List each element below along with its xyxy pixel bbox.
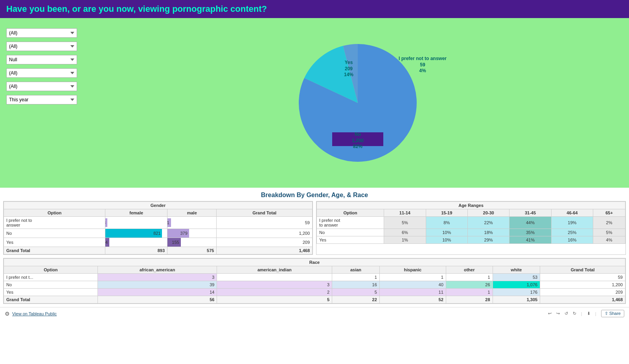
gender-total-prefer-not: 59 xyxy=(217,217,313,229)
reset-icon[interactable]: ↺ xyxy=(565,311,568,316)
gender-grand-total: 1,468 xyxy=(217,247,313,254)
gender-female-yes: 54 xyxy=(105,238,167,247)
gender-row-yes: Yes 54 155 209 xyxy=(4,238,313,247)
race-col-asian: asian xyxy=(332,266,380,274)
age-yes-2030: 29% xyxy=(467,236,509,244)
tableau-icon: ⚙ xyxy=(5,311,10,317)
race-option-yes: Yes xyxy=(4,289,98,296)
race-col-option: Option xyxy=(4,266,98,274)
age-col-option: Option xyxy=(317,209,384,217)
age-yes-3145: 41% xyxy=(509,236,551,244)
race-pref-aa: 3 xyxy=(97,274,217,281)
age-option-yes: Yes xyxy=(317,236,384,244)
age-col-2030: 20-30 xyxy=(467,209,509,217)
share-button[interactable]: ⇧ Share xyxy=(601,310,624,317)
race-col-ai: american_indian xyxy=(217,266,332,274)
age-yes-1519: 10% xyxy=(426,236,467,244)
age-row-no: No 6% 10% 18% 35% 25% 5% xyxy=(317,229,625,236)
gender-female-no: 821 xyxy=(105,229,167,238)
race-gt-hispanic: 52 xyxy=(379,296,446,304)
gender-male-no: 379 xyxy=(167,229,217,238)
gender-row-prefer-not: I prefer not toanswer 18 41 59 xyxy=(4,217,313,229)
age-no-4664: 25% xyxy=(551,229,593,236)
footer-right: ↩ ↪ ↺ ↻ | ⬇ | ⇧ Share xyxy=(548,310,624,317)
age-pref-2030: 22% xyxy=(467,217,509,229)
race-gt-white: 1,305 xyxy=(493,296,540,304)
footer-left: ⚙ View on Tableau Public xyxy=(5,311,57,317)
race-no-aa: 39 xyxy=(97,281,217,289)
race-no-other: 26 xyxy=(446,281,493,289)
race-table: Race Option african_american american_in… xyxy=(3,258,626,304)
filter-6[interactable]: This year xyxy=(6,95,77,104)
page-header: Have you been, or are you now, viewing p… xyxy=(0,0,629,18)
age-yes-65plus: 4% xyxy=(593,236,625,244)
race-row-prefer-not: I prefer not t... 3 1 1 1 53 59 xyxy=(4,274,625,281)
race-no-hispanic: 40 xyxy=(379,281,446,289)
race-yes-aa: 14 xyxy=(97,289,217,296)
race-pref-ai xyxy=(217,274,332,281)
divider-2: | xyxy=(595,311,596,316)
age-pref-1519: 8% xyxy=(426,217,467,229)
gender-grand-total-female: 893 xyxy=(105,247,167,254)
age-row-prefer-not: I prefer notto answer 5% 8% 22% 44% 19% … xyxy=(317,217,625,229)
race-pref-other: 1 xyxy=(446,274,493,281)
age-row-yes: Yes 1% 10% 29% 41% 16% 4% xyxy=(317,236,625,244)
age-option-no: No xyxy=(317,229,384,236)
race-group-header: Race xyxy=(4,259,625,266)
gender-grand-total-male: 575 xyxy=(167,247,217,254)
race-col-white: white xyxy=(493,266,540,274)
race-row-total: Grand Total 56 5 22 52 28 1,305 1,468 xyxy=(4,296,625,304)
race-no-white: 1,076 xyxy=(493,281,540,289)
race-gt-other: 28 xyxy=(446,296,493,304)
pie-chart-container: Yes20914% I prefer not to answer594% No1… xyxy=(93,24,623,181)
gender-col-male: male xyxy=(167,209,217,217)
race-col-hispanic: hispanic xyxy=(379,266,446,274)
download-icon[interactable]: ⬇ xyxy=(587,311,590,316)
race-option-no: No xyxy=(4,281,98,289)
age-col-3145: 31-45 xyxy=(509,209,551,217)
redo-icon[interactable]: ↪ xyxy=(556,311,560,316)
pie-label-no: No1,20082% xyxy=(352,132,364,150)
filter-5[interactable]: (All) xyxy=(6,82,77,91)
age-group-header: Age Ranges xyxy=(317,202,625,209)
race-grand-total-label: Grand Total xyxy=(4,296,98,304)
tableau-link[interactable]: View on Tableau Public xyxy=(12,311,57,316)
age-col-1519: 15-19 xyxy=(426,209,467,217)
race-yes-ai: 2 xyxy=(217,289,332,296)
age-pref-4664: 19% xyxy=(551,217,593,229)
pie-chart: Yes20914% I prefer not to answer594% No1… xyxy=(283,28,432,177)
gender-total-no: 1,200 xyxy=(217,229,313,238)
breakdown-title: Breakdown By Gender, Age, & Race xyxy=(0,188,629,201)
gender-female-prefer-not: 18 xyxy=(105,217,167,229)
divider-1: | xyxy=(581,311,582,316)
age-no-1114: 6% xyxy=(384,229,426,236)
gender-col-total: Grand Total xyxy=(217,209,313,217)
race-gt-ai: 5 xyxy=(217,296,332,304)
gender-option-prefer-not: I prefer not toanswer xyxy=(4,217,105,229)
pie-label-prefer-not: I prefer not to answer594% xyxy=(397,56,448,74)
gender-male-yes: 155 xyxy=(167,238,217,247)
filter-3[interactable]: Null xyxy=(6,55,77,64)
age-no-1519: 10% xyxy=(426,229,467,236)
race-option-prefer-not: I prefer not t... xyxy=(4,274,98,281)
race-col-total: Grand Total xyxy=(540,266,625,274)
filter-1[interactable]: (All) xyxy=(6,28,77,38)
gender-row-no: No 821 379 1,200 xyxy=(4,229,313,238)
refresh-icon[interactable]: ↻ xyxy=(573,311,576,316)
gender-table: Gender Option female male Grand Total I … xyxy=(3,201,313,255)
filter-4[interactable]: (All) xyxy=(6,68,77,78)
race-no-ai: 3 xyxy=(217,281,332,289)
race-yes-hispanic: 11 xyxy=(379,289,446,296)
filters-panel: (All) (All) Null (All) (All) This year xyxy=(6,24,85,104)
top-tables-row: Gender Option female male Grand Total I … xyxy=(3,201,626,255)
age-col-65plus: 65+ xyxy=(593,209,625,217)
age-yes-1114: 1% xyxy=(384,236,426,244)
gender-male-prefer-not: 41 xyxy=(167,217,217,229)
filter-2[interactable]: (All) xyxy=(6,42,77,51)
undo-icon[interactable]: ↩ xyxy=(548,311,552,316)
gender-group-header: Gender xyxy=(4,202,313,209)
race-row-no: No 39 3 16 40 26 1,076 1,200 xyxy=(4,281,625,289)
race-pref-total: 59 xyxy=(540,274,625,281)
age-no-65plus: 5% xyxy=(593,229,625,236)
race-pref-white: 53 xyxy=(493,274,540,281)
